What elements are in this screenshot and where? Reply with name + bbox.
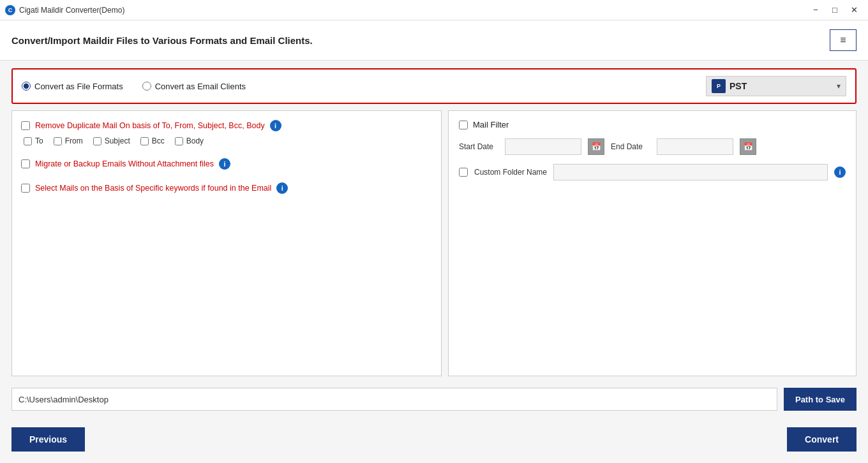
title-bar: C Cigati Maildir Converter(Demo) − □ ✕ bbox=[0, 0, 868, 20]
chevron-down-icon: ▾ bbox=[837, 82, 841, 91]
sub-label-subject: Subject bbox=[105, 136, 130, 145]
sub-option-from[interactable]: From bbox=[54, 136, 83, 145]
convert-file-formats-radio[interactable] bbox=[22, 82, 31, 91]
start-date-calendar-button[interactable]: 📅 bbox=[588, 138, 604, 155]
custom-folder-checkbox[interactable] bbox=[459, 168, 468, 177]
footer-path-bar: Path to Save bbox=[11, 383, 857, 416]
sub-label-to: To bbox=[35, 136, 43, 145]
custom-folder-info-icon[interactable]: i bbox=[834, 166, 846, 178]
mail-filter-label: Mail Filter bbox=[473, 120, 509, 129]
sub-checkbox-to[interactable] bbox=[24, 137, 32, 145]
pst-icon: P bbox=[712, 79, 726, 93]
title-bar-left: C Cigati Maildir Converter(Demo) bbox=[5, 5, 124, 15]
convert-email-clients-radio[interactable] bbox=[142, 82, 151, 91]
migrate-backup-info-icon[interactable]: i bbox=[219, 158, 230, 170]
start-date-label: Start Date bbox=[459, 142, 498, 151]
sub-label-from: From bbox=[65, 136, 83, 145]
end-date-input[interactable] bbox=[657, 138, 733, 155]
custom-folder-label: Custom Folder Name bbox=[474, 168, 547, 177]
header: Convert/Import Maildir Files to Various … bbox=[0, 20, 868, 61]
path-input[interactable] bbox=[11, 388, 777, 411]
migrate-backup-option: Migrate or Backup Emails Without Attachm… bbox=[21, 158, 432, 170]
remove-duplicate-option: Remove Duplicate Mail On basis of To, Fr… bbox=[21, 120, 432, 145]
convert-email-clients-option[interactable]: Convert as Email Clients bbox=[142, 82, 246, 91]
custom-folder-row: Custom Folder Name i bbox=[459, 164, 846, 180]
convert-file-formats-label: Convert as File Formats bbox=[34, 82, 123, 91]
migrate-backup-checkbox[interactable] bbox=[21, 159, 30, 168]
maximize-button[interactable]: □ bbox=[826, 3, 844, 17]
remove-duplicate-info-icon[interactable]: i bbox=[270, 120, 281, 131]
migrate-backup-main: Migrate or Backup Emails Without Attachm… bbox=[21, 158, 432, 170]
keywords-option: Select Mails on the Basis of Specific ke… bbox=[21, 182, 432, 194]
remove-duplicate-checkbox[interactable] bbox=[21, 121, 30, 130]
remove-duplicate-label: Remove Duplicate Mail On basis of To, Fr… bbox=[35, 121, 265, 130]
previous-button[interactable]: Previous bbox=[11, 427, 85, 452]
path-to-save-button[interactable]: Path to Save bbox=[784, 388, 857, 411]
sub-checkbox-from[interactable] bbox=[54, 137, 62, 145]
sub-option-subject[interactable]: Subject bbox=[93, 136, 130, 145]
end-date-label: End Date bbox=[611, 142, 650, 151]
format-selector: Convert as File Formats Convert as Email… bbox=[11, 68, 857, 104]
sub-option-to[interactable]: To bbox=[24, 136, 43, 145]
custom-folder-input[interactable] bbox=[553, 164, 828, 180]
bottom-bar: Previous Convert bbox=[11, 422, 857, 455]
sub-checkbox-bcc[interactable] bbox=[140, 137, 149, 145]
minimize-button[interactable]: − bbox=[807, 3, 825, 17]
pst-label: PST bbox=[730, 81, 833, 91]
sub-checkbox-body[interactable] bbox=[175, 137, 183, 145]
end-date-calendar-button[interactable]: 📅 bbox=[740, 138, 756, 155]
date-row: Start Date 📅 End Date 📅 bbox=[459, 138, 846, 155]
sub-label-bcc: Bcc bbox=[152, 136, 165, 145]
main-window: Convert/Import Maildir Files to Various … bbox=[0, 20, 868, 463]
format-dropdown[interactable]: P PST ▾ bbox=[706, 76, 846, 96]
convert-file-formats-option[interactable]: Convert as File Formats bbox=[22, 82, 123, 91]
convert-button[interactable]: Convert bbox=[787, 427, 857, 452]
sub-option-body[interactable]: Body bbox=[175, 136, 204, 145]
migrate-backup-label: Migrate or Backup Emails Without Attachm… bbox=[35, 159, 214, 168]
start-date-input[interactable] bbox=[505, 138, 581, 155]
close-button[interactable]: ✕ bbox=[845, 3, 863, 17]
remove-duplicate-main: Remove Duplicate Mail On basis of To, Fr… bbox=[21, 120, 432, 131]
mail-filter-checkbox[interactable] bbox=[459, 121, 468, 129]
sub-option-bcc[interactable]: Bcc bbox=[140, 136, 165, 145]
window-controls: − □ ✕ bbox=[807, 3, 863, 17]
menu-button[interactable]: ≡ bbox=[830, 29, 857, 51]
convert-email-clients-label: Convert as Email Clients bbox=[155, 82, 246, 91]
keywords-checkbox[interactable] bbox=[21, 184, 30, 193]
app-icon: C bbox=[5, 5, 15, 15]
mail-filter-header: Mail Filter bbox=[459, 120, 846, 129]
left-panel: Remove Duplicate Mail On basis of To, Fr… bbox=[11, 110, 442, 376]
keywords-main: Select Mails on the Basis of Specific ke… bbox=[21, 182, 432, 194]
right-panel: Mail Filter Start Date 📅 End Date 📅 Cust… bbox=[448, 110, 857, 376]
sub-options-row: To From Subject Bcc bbox=[21, 136, 432, 145]
panels: Remove Duplicate Mail On basis of To, Fr… bbox=[11, 110, 857, 376]
app-title: Cigati Maildir Converter(Demo) bbox=[19, 6, 124, 15]
sub-label-body: Body bbox=[186, 136, 204, 145]
sub-checkbox-subject[interactable] bbox=[93, 137, 101, 145]
content-area: Convert as File Formats Convert as Email… bbox=[0, 61, 868, 463]
keywords-label: Select Mails on the Basis of Specific ke… bbox=[35, 184, 271, 193]
keywords-info-icon[interactable]: i bbox=[276, 182, 288, 194]
page-title: Convert/Import Maildir Files to Various … bbox=[11, 35, 313, 46]
pst-icon-text: P bbox=[717, 83, 721, 89]
